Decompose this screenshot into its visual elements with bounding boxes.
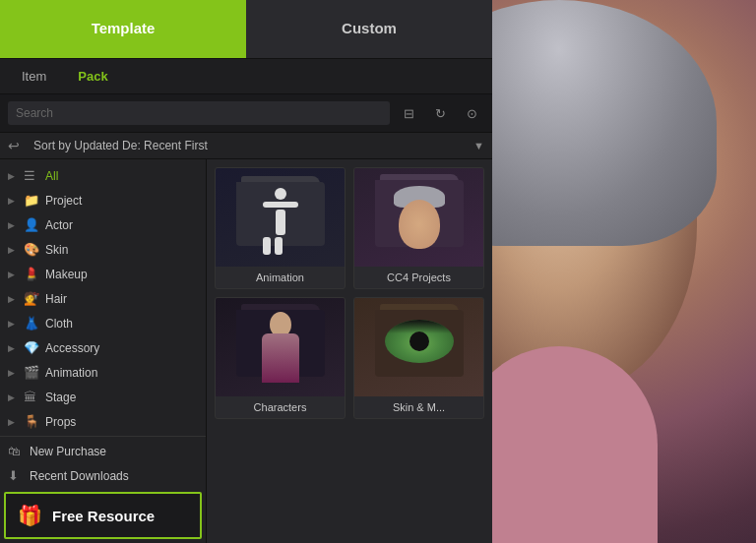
free-resource-item[interactable]: 🎁 Free Resource xyxy=(4,492,202,539)
thumb-cc4 xyxy=(354,168,483,267)
divider-1 xyxy=(0,436,206,437)
search-bar: ⊟ ↻ ⊙ xyxy=(0,94,492,133)
free-resource-label: Free Resource xyxy=(52,508,155,524)
tab-template[interactable]: Template xyxy=(0,0,246,58)
tree-item-hair[interactable]: ▶ 💇 Hair xyxy=(0,286,206,311)
refresh-icon[interactable]: ↻ xyxy=(427,100,453,126)
sub-tabs-row: Item Pack xyxy=(0,59,492,94)
grid-label-cc4: CC4 Projects xyxy=(382,267,456,288)
tree-item-all[interactable]: ▶ ☰ All xyxy=(0,163,206,188)
sub-tab-pack[interactable]: Pack xyxy=(64,65,121,88)
tree-arrow-all: ▶ xyxy=(8,171,18,181)
thumb-skin xyxy=(354,298,483,396)
search-input[interactable] xyxy=(8,101,390,125)
grid-label-skin: Skin & M... xyxy=(388,396,450,418)
grid-label-animation: Animation xyxy=(251,267,309,288)
tree-item-props[interactable]: ▶ 🪑 Props xyxy=(0,409,206,434)
gift-icon: 🎁 xyxy=(18,504,42,527)
grid-item-animation[interactable]: Animation xyxy=(215,167,346,289)
tree-item-skin[interactable]: ▶ 🎨 Skin xyxy=(0,237,206,262)
tree-item-actor[interactable]: ▶ 👤 Actor xyxy=(0,212,206,237)
sidebar-tree: ▶ ☰ All ▶ 📁 Project ▶ 👤 Actor ▶ 🎨 Skin xyxy=(0,159,207,543)
grid-item-characters[interactable]: Characters xyxy=(215,297,346,419)
thumb-animation xyxy=(216,168,345,267)
sort-bar: ↩ Sort by Updated De: Recent First ▼ xyxy=(0,133,492,159)
grid-item-cc4[interactable]: CC4 Projects xyxy=(353,167,484,289)
expand-icon[interactable]: ⊙ xyxy=(459,100,484,126)
grid-item-skin[interactable]: Skin & M... xyxy=(353,297,484,419)
sub-tab-item[interactable]: Item xyxy=(8,65,60,88)
tree-item-recent-downloads[interactable]: ⬇ Recent Downloads xyxy=(0,463,206,488)
tab-custom[interactable]: Custom xyxy=(246,0,492,58)
all-icon: ☰ xyxy=(24,168,39,183)
tabs-row: Template Custom xyxy=(0,0,492,59)
tree-item-stage[interactable]: ▶ 🏛 Stage xyxy=(0,385,206,409)
grid-label-characters: Characters xyxy=(249,396,312,418)
tree-item-new-purchase[interactable]: 🛍 New Purchase xyxy=(0,439,206,463)
filter-icon[interactable]: ⊟ xyxy=(396,100,421,126)
tree-item-accessory[interactable]: ▶ 💎 Accessory xyxy=(0,335,206,360)
back-button[interactable]: ↩ xyxy=(8,138,28,153)
sort-arrow-icon[interactable]: ▼ xyxy=(473,140,484,151)
content-grid: Animation xyxy=(207,159,492,543)
main-content: ▶ ☰ All ▶ 📁 Project ▶ 👤 Actor ▶ 🎨 Skin xyxy=(0,159,492,543)
tree-item-makeup[interactable]: ▶ 💄 Makeup xyxy=(0,262,206,286)
sort-label: Sort by Updated De: Recent First xyxy=(33,139,468,152)
tree-item-animation[interactable]: ▶ 🎬 Animation xyxy=(0,360,206,385)
thumb-characters xyxy=(216,298,345,396)
tree-label-all: All xyxy=(45,169,198,183)
tree-item-project[interactable]: ▶ 📁 Project xyxy=(0,188,206,212)
tree-item-cloth[interactable]: ▶ 👗 Cloth xyxy=(0,311,206,335)
main-panel: Template Custom Item Pack ⊟ ↻ ⊙ ↩ Sort b… xyxy=(0,0,492,543)
